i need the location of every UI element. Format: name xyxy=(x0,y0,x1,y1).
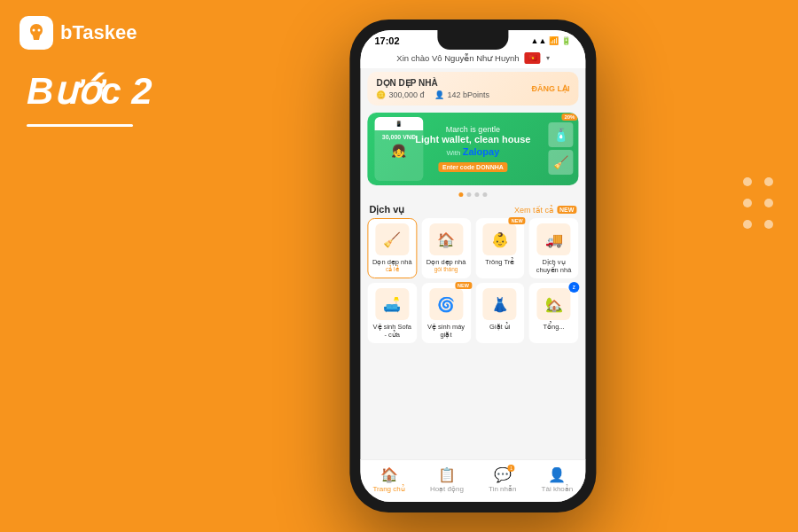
service-label-don-dep-thang: Dọn dẹp nhà xyxy=(426,258,466,266)
service-item-don-dep-thang[interactable]: 🏠 Dọn dẹp nhà gói tháng xyxy=(421,218,471,278)
banner-with: With Zalopay xyxy=(415,146,530,157)
signal-icon: ▲▲ xyxy=(531,36,547,45)
banner-right-deco: 🧴 🧹 20% xyxy=(547,117,574,179)
service-label-chuyen-nha: Dịch vụ chuyển nhà xyxy=(533,258,575,274)
dot-3 xyxy=(743,199,752,207)
svg-point-1 xyxy=(38,29,41,32)
phone-notch xyxy=(437,30,508,50)
service-label-giat-ui: Giặt ủi xyxy=(489,323,510,331)
home-icon: 🏠 xyxy=(380,466,398,483)
trong-tre-new-badge: NEW xyxy=(509,217,526,224)
service-card-info: 🪙 300,000 đ 👤 142 bPoints xyxy=(376,90,489,99)
banner: 📱 30,000 VNĐ 👧 March is gentle Light wal… xyxy=(367,113,578,185)
service-icon-don-dep-thang: 🏠 xyxy=(429,223,463,255)
wifi-icon: 📶 xyxy=(549,36,559,45)
service-icon-don-dep-le: 🧹 xyxy=(375,223,409,255)
dot-2 xyxy=(764,177,773,186)
wallet-icon: 🪙 xyxy=(376,90,386,99)
status-icons: ▲▲ 📶 🔋 xyxy=(531,36,572,45)
btaskee-icon xyxy=(26,22,47,43)
service-item-sofa[interactable]: 🛋️ Vệ sinh Sofa - cửa xyxy=(367,283,417,343)
logo-area: bTaskee xyxy=(20,16,137,50)
service-label-sofa: Vệ sinh Sofa - cửa xyxy=(371,323,413,339)
services-section-header: Dịch vụ Xem tất cả NEW xyxy=(360,200,585,218)
service-icon-giat-ui: 👗 xyxy=(483,288,517,320)
repost-button[interactable]: ĐĂNG LẠI xyxy=(531,84,569,93)
dot-indicator-2 xyxy=(466,192,471,197)
status-time: 17:02 xyxy=(374,35,399,46)
banner-code-value: Enter code DONNHA xyxy=(438,162,508,172)
nav-messages-label: Tin nhắn xyxy=(489,485,516,493)
dot-1 xyxy=(743,177,752,186)
dot-indicator-1 xyxy=(458,192,463,197)
service-icon-trong-tre: 👶 xyxy=(483,223,517,255)
activity-icon: 📋 xyxy=(438,466,456,483)
new-badge: NEW xyxy=(557,206,576,214)
phone-wrapper: 17:02 ▲▲ 📶 🔋 Xin chào Vô Nguyễn Như Huyn… xyxy=(349,20,596,512)
service-item-tong[interactable]: Z 🏡 Tổng... xyxy=(529,283,579,343)
step-label: Bước 2 xyxy=(27,71,153,112)
nav-activity[interactable]: 📋 Hoạt động xyxy=(430,466,464,493)
decorative-dots xyxy=(743,177,773,229)
greeting-text: Xin chào Vô Nguyễn Như Huynh xyxy=(396,53,519,63)
service-icon-chuyen-nha: 🚚 xyxy=(537,223,571,255)
service-item-don-dep-le[interactable]: 🧹 Dọn dẹp nhà cả lẻ xyxy=(367,218,417,278)
service-sublabel-don-dep-le: cả lẻ xyxy=(386,266,399,273)
messages-badge-dot: 1 xyxy=(508,465,515,472)
nav-activity-label: Hoạt động xyxy=(430,485,464,493)
app-header: Xin chào Vô Nguyễn Như Huynh 🇻🇳 ▾ xyxy=(360,48,585,68)
see-all-link[interactable]: Xem tất cả NEW xyxy=(514,206,576,215)
banner-code: Enter code DONNHA xyxy=(415,157,530,173)
step-underline xyxy=(27,124,133,127)
service-grid-row1: 🧹 Dọn dẹp nhà cả lẻ 🏠 Dọn dẹp nhà gói th… xyxy=(360,218,585,278)
dot-indicator-4 xyxy=(482,192,487,197)
banner-dots xyxy=(360,192,585,197)
points-value: 142 bPoints xyxy=(447,90,489,99)
service-card: DỌN DẸP NHÀ 🪙 300,000 đ 👤 142 bPoints ĐĂ… xyxy=(367,72,578,106)
points-info: 👤 142 bPoints xyxy=(434,90,489,99)
service-card-title: DỌN DẸP NHÀ xyxy=(376,78,489,88)
zalo-badge: Z xyxy=(568,282,579,293)
zalopay-text: Zalopay xyxy=(463,146,500,157)
service-item-giat-ui[interactable]: 👗 Giặt ủi xyxy=(475,283,525,343)
service-item-chuyen-nha[interactable]: 🚚 Dịch vụ chuyển nhà xyxy=(529,218,579,278)
service-icon-may-giat: 🌀 xyxy=(429,288,463,320)
svg-point-0 xyxy=(33,29,35,32)
service-label-don-dep-le: Dọn dẹp nhà xyxy=(372,258,412,266)
nav-account-label: Tài khoản xyxy=(542,485,574,493)
battery-icon: 🔋 xyxy=(561,36,571,45)
dot-4 xyxy=(764,199,773,207)
points-icon: 👤 xyxy=(434,90,444,99)
nav-messages[interactable]: 💬 1 Tin nhắn xyxy=(489,466,516,493)
zalo-badge-text: Z xyxy=(573,285,575,290)
service-label-trong-tre: Trông Trẻ xyxy=(485,258,514,266)
dot-6 xyxy=(764,220,773,229)
see-all-text: Xem tất cả xyxy=(514,206,554,215)
dot-indicator-3 xyxy=(474,192,479,197)
services-title: Dịch vụ xyxy=(369,204,404,215)
account-icon: 👤 xyxy=(548,466,566,483)
service-sublabel-don-dep-thang: gói tháng xyxy=(434,266,458,272)
service-label-may-giat: Vệ sinh máy giặt xyxy=(425,323,467,339)
phone-device: 17:02 ▲▲ 📶 🔋 Xin chào Vô Nguyễn Như Huyn… xyxy=(349,20,596,512)
service-icon-sofa: 🛋️ xyxy=(375,288,409,320)
service-grid-row2: 🛋️ Vệ sinh Sofa - cửa NEW 🌀 Vệ sinh máy … xyxy=(360,283,585,343)
nav-account[interactable]: 👤 Tài khoản xyxy=(542,466,574,493)
banner-tagline: March is gentle xyxy=(415,125,530,134)
service-icon-tong: 🏡 xyxy=(537,288,571,320)
nav-home[interactable]: 🏠 Trang chủ xyxy=(372,466,404,493)
dropdown-arrow[interactable]: ▾ xyxy=(546,54,550,62)
banner-main: Light wallet, clean house xyxy=(415,134,530,145)
service-item-trong-tre[interactable]: NEW 👶 Trông Trẻ xyxy=(475,218,525,278)
may-giat-new-badge: NEW xyxy=(455,282,472,289)
wallet-value: 300,000 đ xyxy=(388,90,424,99)
nav-home-label: Trang chủ xyxy=(372,485,404,493)
logo-icon xyxy=(20,16,53,50)
brand-name: bTaskee xyxy=(60,21,137,44)
service-item-may-giat[interactable]: NEW 🌀 Vệ sinh máy giặt xyxy=(421,283,471,343)
wallet-info: 🪙 300,000 đ xyxy=(376,90,424,99)
phone-screen: 17:02 ▲▲ 📶 🔋 Xin chào Vô Nguyễn Như Huyn… xyxy=(360,30,585,502)
flag-icon[interactable]: 🇻🇳 xyxy=(525,52,541,64)
messages-badge-wrap: 💬 1 xyxy=(494,466,512,483)
banner-content: March is gentle Light wallet, clean hous… xyxy=(415,125,530,172)
